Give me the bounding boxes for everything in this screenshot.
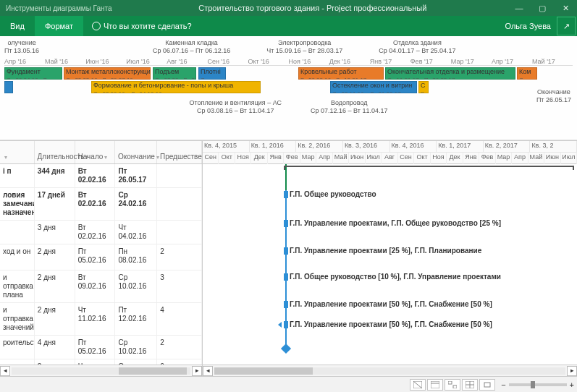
view-network-button[interactable] — [445, 379, 460, 391]
timeline-bar[interactable]: ПодъемСр 08.06 - Вт 27.06.16 — [153, 67, 196, 80]
minimize-button[interactable]: — — [507, 0, 531, 16]
gantt-month: Апр — [316, 153, 332, 164]
col-duration[interactable]: Длительность▾ — [35, 141, 75, 163]
maximize-button[interactable]: ▢ — [531, 0, 554, 16]
gantt-task-bar[interactable] — [284, 301, 288, 308]
gantt-scroll-track[interactable] — [214, 367, 565, 375]
timeline-panel: олучениеПт 13.05.16 Каменная кладкаСр 06… — [0, 36, 577, 140]
gantt-chart: Кв. 4, 2015Кв. 1, 2016Кв. 2, 2016Кв. 3, … — [203, 141, 577, 365]
gantt-month: Окт — [219, 153, 235, 164]
gantt-month: Авг — [382, 153, 397, 164]
tell-me-search[interactable]: Что вы хотите сделать? — [83, 22, 192, 30]
col-name[interactable]: ▾ — [0, 141, 35, 163]
gantt-month: Ноя — [235, 153, 251, 164]
gantt-task-label: Г.П. Управление проектами [50 %], Г.П. С… — [290, 320, 492, 328]
table-row[interactable]: едваритель крыла2 нед.Чт 11.02.16Ср 24.0… — [0, 359, 202, 365]
gantt-quarter: Кв. 4, 2016 — [390, 141, 437, 152]
col-start[interactable]: Начало▾ — [75, 141, 115, 163]
table-row[interactable]: і п344 дняВт 02.02.16Пт 26.05.17 — [0, 164, 202, 188]
col-finish[interactable]: Окончание▾ — [115, 141, 157, 163]
grid-scroll-left[interactable]: ◂ — [0, 366, 10, 376]
gantt-task-bar[interactable] — [284, 321, 288, 328]
task-grid: ▾ Длительность▾ Начало▾ Окончание▾ Предш… — [0, 141, 203, 365]
gantt-month: Июн — [544, 153, 560, 164]
grid-scroll-right[interactable]: ▸ — [192, 366, 202, 376]
timeline-month: Мар '17 — [451, 58, 492, 65]
table-row[interactable]: ловия замечание назначение17 днейВт 02.0… — [0, 188, 202, 221]
gantt-month: Июл — [366, 153, 382, 164]
gantt-link-arrow — [278, 322, 282, 328]
timeline-month: Июн '16 — [85, 58, 126, 65]
view-sheet-button[interactable] — [462, 379, 478, 391]
view-report-button[interactable] — [479, 379, 495, 391]
timeline-bar[interactable]: Кровельные работВт 30.08.16 - Вт 10.01.1… — [298, 67, 384, 80]
timeline-bar[interactable]: ФундаментСр 06.04.16 - Вт — [4, 67, 62, 80]
gantt-chart-area[interactable]: Г.П. Общее руководствоГ.П. Управление пр… — [203, 164, 577, 351]
view-calendar-button[interactable] — [427, 379, 443, 391]
table-row[interactable]: роительств4 дняПт 05.02.16Ср 10.02.162 — [0, 336, 202, 359]
gantt-scroll-left[interactable]: ◂ — [203, 366, 213, 376]
timeline-bar[interactable]: ПлотніСр — [198, 67, 226, 80]
gantt-quarter: Кв. 1, 2016 — [250, 141, 297, 152]
table-row[interactable]: и отправка плана2 дняВт 09.02.16Ср 10.02… — [0, 270, 202, 303]
gantt-month: Янв — [268, 153, 284, 164]
timeline-bar[interactable]: СВ — [418, 81, 429, 93]
gantt-task-bar[interactable] — [284, 247, 288, 255]
timeline-bar[interactable]: Формование и бетонирование - полы и крыш… — [91, 81, 261, 93]
gantt-summary-bar — [284, 166, 574, 170]
timeline-bar[interactable]: Остекление окон и витринСр 30.11.16 – Вт… — [330, 81, 417, 93]
gantt-task-label: Г.П. Управление проектами [25 %], Г.П. П… — [290, 247, 481, 255]
user-name[interactable]: Ольга Зуева — [505, 22, 557, 30]
timeline-callout: Отопление и вентиляция – АССр 03.08.16 –… — [190, 99, 282, 115]
col-predecessors[interactable]: Предшественни — [157, 141, 202, 163]
tab-view[interactable]: Вид — [0, 16, 35, 36]
timeline-month: Дек '16 — [329, 58, 370, 65]
gantt-quarter: Кв. 4, 2015 — [203, 141, 250, 152]
tell-me-label: Что вы хотите сделать? — [104, 22, 192, 30]
timeline-callout: Каменная кладкаСр 06.07.16 – Пт 06.12.16 — [153, 39, 230, 55]
svg-line-1 — [413, 381, 422, 388]
timeline-month: Ноя '16 — [289, 58, 329, 65]
gantt-milestone[interactable] — [281, 344, 291, 354]
grid-scroll-track[interactable] — [12, 367, 190, 375]
share-button[interactable]: ↗ — [557, 17, 576, 35]
gantt-month: Сен — [398, 153, 414, 164]
gantt-quarter: Кв. 2, 2017 — [484, 141, 531, 152]
lightbulb-icon — [92, 22, 101, 30]
gantt-month: Янв — [463, 153, 479, 164]
timeline-bar[interactable]: Окончательная отделка и размещениеСр 11.… — [385, 67, 515, 80]
svg-rect-9 — [484, 383, 490, 387]
gantt-month: Мар — [300, 153, 316, 164]
zoom-out-button[interactable]: − — [501, 380, 505, 389]
gantt-task-label: Г.П. Управление проектами, Г.П. Общее ру… — [290, 219, 501, 227]
gantt-quarter: Кв. 1, 2017 — [437, 141, 484, 152]
status-bar: − + — [0, 376, 577, 392]
gantt-scroll-right[interactable]: ▸ — [567, 366, 577, 376]
tab-format[interactable]: Формат — [35, 16, 83, 36]
gantt-task-bar[interactable] — [284, 191, 288, 198]
timeline-axis: Апр '16Май '16Июн '16Июл '16Авг '16Сен '… — [4, 58, 573, 66]
close-button[interactable]: ✕ — [554, 0, 577, 16]
timeline-bar[interactable]: Монтаж металлоконструкцийСр 25.05.16 - В… — [64, 67, 151, 80]
gantt-task-bar[interactable] — [284, 220, 288, 227]
gantt-month: Май — [528, 153, 544, 164]
zoom-in-button[interactable]: + — [570, 380, 574, 389]
ribbon: Вид Формат Что вы хотите сделать? Ольга … — [0, 16, 577, 36]
zoom-slider[interactable] — [509, 383, 567, 386]
timeline-month: Апр '16 — [4, 58, 45, 65]
table-row[interactable]: ход и он2 дняПт 05.02.16Пн 08.02.162 — [0, 244, 202, 270]
view-gantt-button[interactable] — [410, 379, 426, 391]
table-row[interactable]: и отправка значений2 дняЧт 11.02.16Пт 12… — [0, 303, 202, 336]
gantt-quarter: Кв. 2, 2016 — [296, 141, 343, 152]
gantt-month: Окт — [414, 153, 430, 164]
gantt-quarter: Кв. 3, 2016 — [343, 141, 390, 152]
split-view: ▾ Длительность▾ Начало▾ Окончание▾ Предш… — [0, 140, 577, 365]
gantt-month: Дек — [251, 153, 267, 164]
gantt-task-bar[interactable] — [284, 273, 288, 281]
timeline-bar[interactable]: КомСр — [517, 67, 537, 80]
table-row[interactable]: 3 дняВт 02.02.16Чт 04.02.16 — [0, 221, 202, 244]
svg-rect-5 — [453, 385, 457, 388]
gantt-task-label: Г.П. Общее руководство — [290, 190, 376, 198]
timeline-callout: ЭлектропроводкаЧт 15.09.16 – Вт 28.03.17 — [266, 39, 342, 55]
svg-rect-2 — [431, 381, 439, 388]
